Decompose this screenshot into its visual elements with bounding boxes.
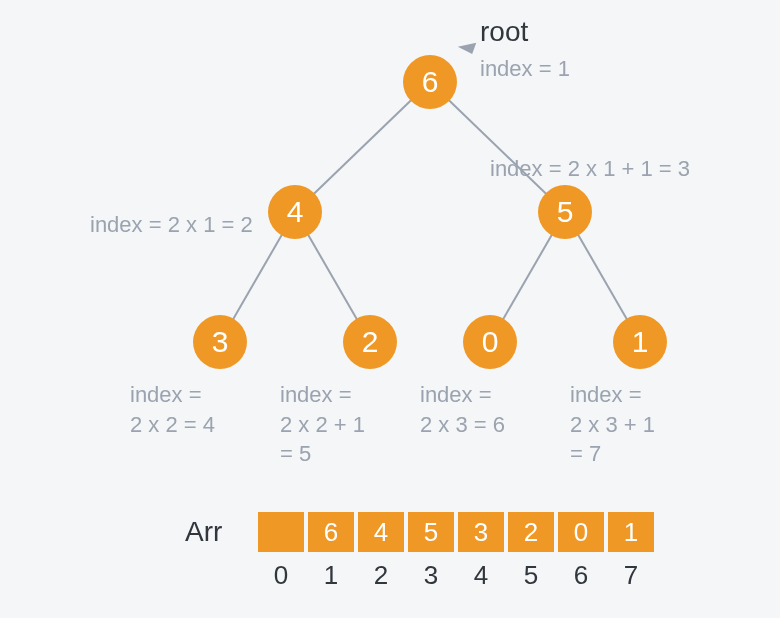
tree-node-6: 0 — [463, 315, 517, 369]
array-cell: 6 — [308, 512, 354, 552]
index-annotation-5: index = 2 x 2 + 1 = 5 — [280, 380, 365, 469]
tree-node-5: 2 — [343, 315, 397, 369]
array-cell: 3 — [458, 512, 504, 552]
array-cell: 2 — [508, 512, 554, 552]
tree-node-3: 5 — [538, 185, 592, 239]
tree-node-2: 4 — [268, 185, 322, 239]
array-index: 3 — [408, 560, 454, 591]
cell-value: 3 — [474, 517, 488, 547]
array-cell: 0 — [558, 512, 604, 552]
array-cell: 4 — [358, 512, 404, 552]
cell-value: 0 — [574, 517, 588, 547]
tree-node-7: 1 — [613, 315, 667, 369]
array-cells: 6 4 5 3 2 0 1 — [258, 512, 654, 552]
node-value: 5 — [557, 195, 574, 228]
cell-value: 2 — [524, 517, 538, 547]
tree-node-4: 3 — [193, 315, 247, 369]
node-value: 3 — [212, 325, 229, 358]
array-cell: 5 — [408, 512, 454, 552]
array-cell — [258, 512, 304, 552]
array-index: 6 — [558, 560, 604, 591]
cell-value: 6 — [324, 517, 338, 547]
node-value: 6 — [422, 65, 439, 98]
array-index: 0 — [258, 560, 304, 591]
index-annotation-3: index = 2 x 1 + 1 = 3 — [490, 154, 690, 184]
array-cell: 1 — [608, 512, 654, 552]
cell-value: 5 — [424, 517, 438, 547]
svg-line-0 — [295, 82, 430, 212]
index-annotation-6: index = 2 x 3 = 6 — [420, 380, 505, 439]
node-value: 2 — [362, 325, 379, 358]
cell-value: 4 — [374, 517, 388, 547]
heap-diagram: root 6 4 5 3 2 0 1 index = 1 index = 2 x… — [0, 0, 780, 618]
root-label: root — [480, 16, 528, 48]
index-annotation-4: index = 2 x 2 = 4 — [130, 380, 215, 439]
array-index: 2 — [358, 560, 404, 591]
index-annotation-7: index = 2 x 3 + 1 = 7 — [570, 380, 655, 469]
node-value: 4 — [287, 195, 304, 228]
index-annotation-1: index = 1 — [480, 54, 570, 84]
root-pointer-icon — [448, 34, 477, 54]
array-label: Arr — [185, 516, 222, 548]
array-indices: 0 1 2 3 4 5 6 7 — [258, 560, 654, 591]
tree-node-1: 6 — [403, 55, 457, 109]
node-value: 0 — [482, 325, 499, 358]
node-value: 1 — [632, 325, 649, 358]
array-index: 4 — [458, 560, 504, 591]
array-index: 7 — [608, 560, 654, 591]
index-annotation-2: index = 2 x 1 = 2 — [90, 210, 253, 240]
array-index: 5 — [508, 560, 554, 591]
cell-value: 1 — [624, 517, 638, 547]
array-index: 1 — [308, 560, 354, 591]
